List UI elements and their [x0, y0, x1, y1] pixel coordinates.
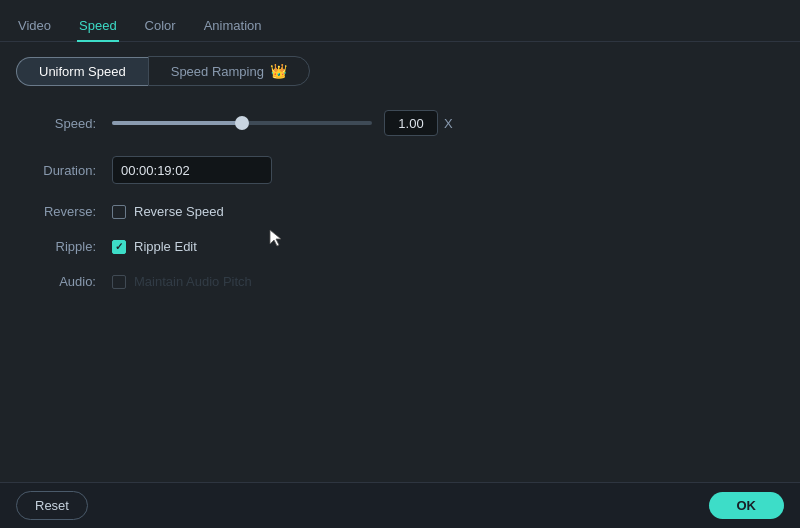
speed-unit-label: X [444, 116, 453, 131]
reverse-checkbox[interactable] [112, 205, 126, 219]
reverse-checkbox-label: Reverse Speed [134, 204, 224, 219]
tab-animation[interactable]: Animation [202, 10, 264, 41]
speed-input-group: X [384, 110, 453, 136]
speed-slider-fill [112, 121, 242, 125]
reverse-row: Reverse: Reverse Speed [16, 204, 784, 219]
speed-slider-thumb[interactable] [235, 116, 249, 130]
top-nav: Video Speed Color Animation [0, 0, 800, 42]
crown-icon: 👑 [270, 63, 287, 79]
ripple-checkbox-label: Ripple Edit [134, 239, 197, 254]
ripple-label: Ripple: [16, 239, 96, 254]
speed-ramping-label: Speed Ramping [171, 64, 264, 79]
reverse-label: Reverse: [16, 204, 96, 219]
bottom-bar: Reset OK [0, 482, 800, 528]
ripple-checkbox-wrapper[interactable]: Ripple Edit [112, 239, 197, 254]
duration-row: Duration: [16, 156, 784, 184]
speed-label: Speed: [16, 116, 96, 131]
reverse-checkbox-wrapper[interactable]: Reverse Speed [112, 204, 224, 219]
audio-checkbox-label: Maintain Audio Pitch [134, 274, 252, 289]
ok-button[interactable]: OK [709, 492, 785, 519]
speed-value-input[interactable] [384, 110, 438, 136]
tab-video[interactable]: Video [16, 10, 53, 41]
audio-label: Audio: [16, 274, 96, 289]
ripple-row: Ripple: Ripple Edit [16, 239, 784, 254]
tab-speed[interactable]: Speed [77, 10, 119, 41]
speed-mode-selector: Uniform Speed Speed Ramping 👑 [0, 42, 800, 100]
speed-row: Speed: X [16, 110, 784, 136]
audio-checkbox [112, 275, 126, 289]
uniform-speed-tab[interactable]: Uniform Speed [16, 57, 148, 86]
audio-checkbox-wrapper: Maintain Audio Pitch [112, 274, 252, 289]
form-area: Speed: X Duration: Reverse: Reverse Spee… [0, 100, 800, 319]
speed-ramping-tab[interactable]: Speed Ramping 👑 [148, 56, 310, 86]
tab-color[interactable]: Color [143, 10, 178, 41]
reset-button[interactable]: Reset [16, 491, 88, 520]
duration-label: Duration: [16, 163, 96, 178]
speed-controls: X [112, 110, 784, 136]
ripple-checkbox[interactable] [112, 240, 126, 254]
audio-row: Audio: Maintain Audio Pitch [16, 274, 784, 289]
duration-input[interactable] [112, 156, 272, 184]
speed-slider-track[interactable] [112, 121, 372, 125]
